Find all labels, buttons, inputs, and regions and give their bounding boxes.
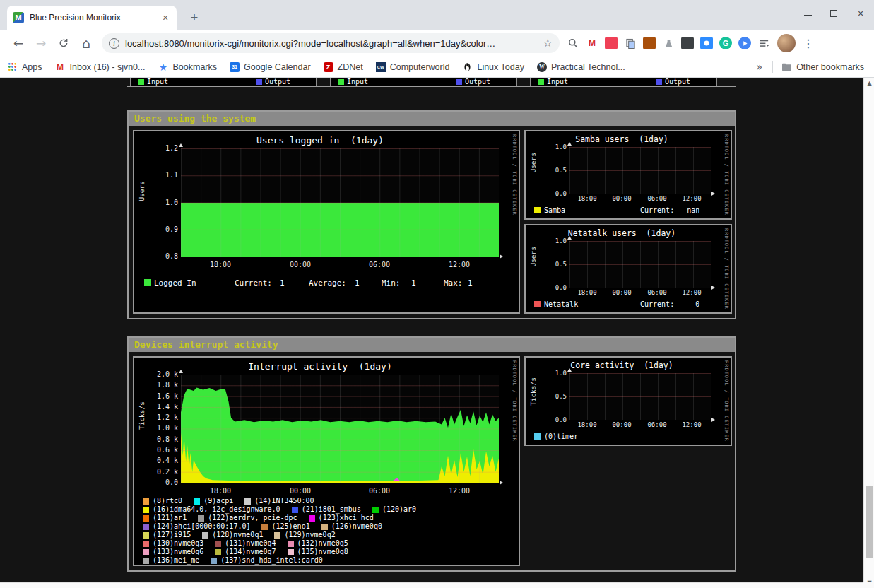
forward-button[interactable]: → bbox=[31, 33, 51, 53]
bookmark-bookmarks[interactable]: ★ Bookmarks bbox=[158, 61, 218, 72]
cast-extension-icon[interactable] bbox=[738, 37, 751, 49]
bookmarks-overflow-chevron[interactable]: » bbox=[756, 61, 762, 74]
rrdtool-credit: RRDTOOL / TOBI OETIKER bbox=[724, 228, 729, 310]
back-button[interactable]: ← bbox=[8, 33, 28, 53]
grammarly-extension-icon[interactable]: G bbox=[719, 37, 732, 49]
bookmark-linux-today[interactable]: Linux Today bbox=[462, 61, 524, 72]
network-graph-0[interactable]: Input Output bbox=[130, 78, 317, 87]
tick-label: 00:00 bbox=[286, 261, 314, 269]
interrupt-legend-item: (124)ahci[0000:00:17.0] bbox=[143, 522, 250, 531]
graph-legend: Samba Current: -nan bbox=[534, 206, 725, 215]
bookmark-label: Linux Today bbox=[477, 62, 524, 72]
graph-title: Interrupt activity (1day) bbox=[134, 361, 506, 372]
bookmark-computerworld[interactable]: CW Computerworld bbox=[376, 62, 450, 72]
legend-swatch bbox=[144, 279, 151, 286]
close-button[interactable]: × bbox=[856, 8, 866, 18]
legend-swatch bbox=[534, 433, 541, 440]
graph-core-activity[interactable]: Core activity (1day) Ticks/s 1.0 0.5 0.0… bbox=[524, 356, 732, 446]
browser-tab[interactable]: M Blue Precision Monitorix × bbox=[7, 6, 177, 30]
bookmark-star-icon[interactable]: ☆ bbox=[543, 37, 553, 49]
bookmark-google-calendar[interactable]: 31 Google Calendar bbox=[230, 62, 311, 72]
scroll-up-button[interactable]: ▲ bbox=[864, 78, 874, 88]
plot-area bbox=[181, 148, 499, 257]
pages-extension-icon[interactable] bbox=[624, 37, 637, 49]
network-graph-2[interactable]: Input Output bbox=[530, 78, 717, 87]
new-tab-button[interactable]: + bbox=[185, 8, 203, 27]
search-extension-icon[interactable] bbox=[567, 37, 579, 49]
tab-title: Blue Precision Monitorix bbox=[30, 13, 154, 23]
other-bookmarks[interactable]: Other bookmarks bbox=[781, 61, 864, 72]
tab-close-icon[interactable]: × bbox=[160, 12, 171, 23]
tick-label: 0.2 k bbox=[157, 468, 178, 476]
legend-label: Samba bbox=[544, 206, 565, 214]
bookmark-practical-technology[interactable]: W Practical Technol... bbox=[537, 62, 625, 72]
extension-icons: M G bbox=[567, 37, 770, 49]
tick-label: 0.0 bbox=[555, 416, 567, 423]
stat-current: Current: -nan bbox=[640, 206, 699, 214]
tick-label: 2.0 k bbox=[157, 370, 178, 378]
x-ticks: 18:00 00:00 06:00 12:00 bbox=[569, 289, 711, 296]
raindrop-extension-icon[interactable] bbox=[643, 37, 656, 49]
legend-label: (8)rtc0 bbox=[153, 497, 182, 505]
legend-label: (129)nvme0q2 bbox=[284, 531, 335, 539]
address-bar[interactable]: i localhost:8080/monitorix-cgi/monitorix… bbox=[102, 33, 560, 53]
stat-label: Min: bbox=[382, 278, 401, 288]
interrupt-legend-item: (123)xhci_hcd bbox=[309, 514, 374, 522]
legend-label: (120)ar0 bbox=[382, 505, 416, 514]
x-ticks: 18:00 00:00 06:00 12:00 bbox=[181, 487, 499, 495]
input-swatch bbox=[538, 79, 544, 85]
horizontal-scrollbar[interactable] bbox=[0, 582, 863, 588]
tick-label: 1.0 k bbox=[157, 424, 178, 432]
interrupt-legend-item: (21)i801_smbus bbox=[292, 505, 361, 514]
graph-users-logged-in[interactable]: Users logged in (1day) Users 1.2 1.1 1.0… bbox=[133, 130, 520, 314]
tick-label: 00:00 bbox=[609, 195, 634, 202]
pocket-extension-icon[interactable] bbox=[605, 37, 618, 49]
page-info-icon[interactable]: i bbox=[109, 38, 119, 49]
bag-extension-icon[interactable] bbox=[681, 37, 694, 49]
home-button[interactable]: ⌂ bbox=[76, 33, 96, 53]
y-axis-arrow bbox=[179, 370, 183, 373]
vertical-scrollbar[interactable]: ▲ ▼ bbox=[863, 78, 874, 588]
profile-avatar[interactable] bbox=[777, 34, 796, 52]
gmail-extension-icon[interactable]: M bbox=[586, 37, 598, 49]
graph-samba-users[interactable]: Samba users (1day) Users 1.0 0.5 0.0 18:… bbox=[524, 130, 732, 220]
plot-area bbox=[569, 147, 711, 194]
minimize-button[interactable] bbox=[804, 11, 812, 16]
legend-output: Output bbox=[456, 78, 490, 86]
tick-label: 00:00 bbox=[286, 487, 314, 495]
rrdtool-credit: RRDTOOL / TOBI OETIKER bbox=[724, 360, 729, 442]
network-graph-1[interactable]: Input Output bbox=[330, 78, 517, 87]
maximize-button[interactable] bbox=[830, 10, 837, 17]
flask-extension-icon[interactable] bbox=[662, 37, 675, 49]
stat-value: 1 bbox=[280, 278, 285, 288]
interrupt-legend-item: (122)aerdrv, pcie-dpc bbox=[198, 514, 297, 522]
graph-legend: Netatalk Current: 0 bbox=[534, 300, 725, 309]
interrupt-legend-item: (135)nvme0q8 bbox=[288, 548, 348, 556]
computerworld-icon: CW bbox=[376, 62, 386, 72]
tick-label: 18:00 bbox=[206, 487, 235, 495]
graph-legend: Logged In Current: 1 Average: 1 Min: 1 M… bbox=[134, 278, 519, 288]
legend-label: (128)nvme0q1 bbox=[212, 531, 263, 539]
legend-label: (137)snd_hda_intel:card0 bbox=[220, 556, 323, 565]
legend-swatch bbox=[534, 207, 541, 213]
bookmark-zdnet[interactable]: Z ZDNet bbox=[324, 62, 363, 72]
playlist-extension-icon[interactable] bbox=[757, 37, 770, 49]
reload-button[interactable] bbox=[54, 33, 73, 53]
x-ticks: 18:00 00:00 06:00 12:00 bbox=[181, 261, 499, 269]
graph-netatalk-users[interactable]: Netatalk users (1day) Users 1.0 0.5 0.0 … bbox=[524, 224, 732, 314]
tick-label: 1.0 bbox=[555, 370, 567, 377]
legend-label: (127)i915 bbox=[153, 531, 191, 539]
tick-label: 0.6 k bbox=[157, 446, 178, 454]
bookmark-inbox[interactable]: M Inbox (16) - sjvn0... bbox=[55, 61, 146, 72]
graph-interrupt-activity[interactable]: Interrupt activity (1day) Ticks/s 2.0 k … bbox=[133, 356, 520, 566]
tick-label: 1.4 k bbox=[157, 403, 178, 411]
zoom-extension-icon[interactable] bbox=[700, 37, 713, 49]
section-users: Users using the system Users logged in (… bbox=[127, 110, 736, 319]
browser-menu-icon[interactable]: ⋮ bbox=[801, 37, 815, 50]
legend-label: (21)i801_smbus bbox=[302, 505, 361, 514]
bookmark-apps[interactable]: Apps bbox=[7, 61, 42, 72]
scrollbar-thumb[interactable] bbox=[866, 486, 873, 558]
url-text[interactable]: localhost:8080/monitorix-cgi/monitorix.c… bbox=[125, 38, 538, 49]
stat-value: 1 bbox=[468, 278, 473, 288]
interrupt-legend-item: (133)nvme0q6 bbox=[143, 548, 203, 556]
